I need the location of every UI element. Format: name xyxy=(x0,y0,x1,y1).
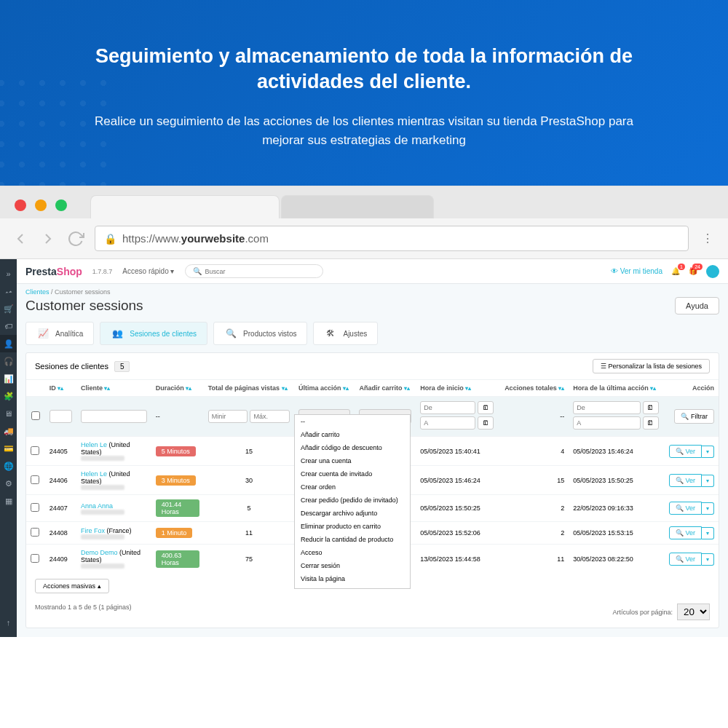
row-actions-dropdown[interactable]: ▾ xyxy=(702,475,714,487)
client-link[interactable]: Demo Demo xyxy=(81,549,118,556)
reload-icon[interactable] xyxy=(67,230,84,248)
url-input[interactable]: 🔒 https://www.yourwebsite.com xyxy=(95,226,689,251)
browser-tab-active[interactable] xyxy=(90,195,280,218)
filter-id[interactable] xyxy=(50,410,72,423)
row-actions-dropdown[interactable]: ▾ xyxy=(702,527,714,539)
dropdown-option[interactable]: Crear orden xyxy=(295,480,410,494)
dropdown-option[interactable]: Ver demostración xyxy=(295,585,410,589)
row-checkbox[interactable] xyxy=(31,503,39,512)
filter-pages-max[interactable] xyxy=(250,410,290,423)
client-link[interactable]: Helen Le xyxy=(81,470,107,478)
window-close-icon[interactable] xyxy=(15,199,26,211)
sidebar-item-modules[interactable]: 🧩 xyxy=(0,387,17,405)
cell-start: 13/05/2023 15:44:58 xyxy=(416,545,498,574)
sidebar-item-design[interactable]: 🖥 xyxy=(0,405,17,422)
dropdown-option[interactable]: Crear una cuenta xyxy=(295,454,410,467)
row-actions-dropdown[interactable]: ▾ xyxy=(702,502,714,515)
sidebar-collapse-icon[interactable]: ↑ xyxy=(0,614,17,631)
sidebar-item-admin[interactable]: ▦ xyxy=(0,492,17,510)
hero-banner: Seguimiento y almacenamiento de toda la … xyxy=(0,0,728,186)
filter-pages-min[interactable] xyxy=(208,410,248,423)
row-checkbox[interactable] xyxy=(31,528,39,537)
customize-list-button[interactable]: ☰ Personalizar la lista de sesiones xyxy=(593,359,710,373)
pagination-info: Mostrando 1 a 5 de 5 (1 páginas) xyxy=(35,604,132,620)
dropdown-option[interactable]: Acceso xyxy=(295,546,410,559)
sidebar-item-catalog[interactable]: 🏷 xyxy=(0,317,17,335)
calendar-icon[interactable]: 🗓 xyxy=(478,401,494,414)
forward-icon[interactable] xyxy=(39,230,57,248)
sidebar-item-customers[interactable]: 👤 xyxy=(0,335,17,352)
window-maximize-icon[interactable] xyxy=(55,199,67,211)
dropdown-option[interactable]: Descargar archivo adjunto xyxy=(295,507,410,520)
bulk-actions-button[interactable]: Acciones masivas ▴ xyxy=(35,579,109,593)
search-box[interactable]: 🔍 xyxy=(185,264,323,278)
avatar[interactable] xyxy=(706,265,719,278)
cell-client: Helen Le (United States) xyxy=(76,437,151,466)
cell-last: 22/05/2023 09:16:33 xyxy=(569,495,663,522)
view-button[interactable]: 🔍 Ver xyxy=(669,502,702,515)
dropdown-option[interactable]: Reducir la cantidad de producto xyxy=(295,533,410,546)
sidebar-item-dashboard[interactable] xyxy=(0,282,17,300)
module-tabs: 📈Analítica 👥Sesiones de clientes 🔍Produc… xyxy=(17,322,728,352)
client-link[interactable]: Fire Fox xyxy=(81,527,105,534)
view-button[interactable]: 🔍 Ver xyxy=(669,553,702,566)
filter-button[interactable]: 🔍 Filtrar xyxy=(674,409,714,424)
gift-icon[interactable]: 🎁 xyxy=(689,267,697,275)
row-checkbox[interactable] xyxy=(31,554,39,563)
sidebar-item-advanced[interactable]: ⚙ xyxy=(0,475,17,492)
sidebar-item-support[interactable]: 🎧 xyxy=(0,352,17,370)
select-all-checkbox[interactable] xyxy=(31,411,41,420)
filter-client[interactable] xyxy=(81,410,147,423)
calendar-icon[interactable]: 🗓 xyxy=(643,401,659,414)
per-page-select[interactable]: 20 xyxy=(677,604,710,620)
view-button[interactable]: 🔍 Ver xyxy=(669,445,702,458)
cell-actions: 15 xyxy=(498,466,569,495)
cell-start: 05/05/2023 15:52:06 xyxy=(416,522,498,545)
dropdown-option[interactable]: Cerrar sesión xyxy=(295,559,410,572)
filter-start-from[interactable] xyxy=(420,401,475,414)
view-button[interactable]: 🔍 Ver xyxy=(669,526,702,539)
cell-actions: 2 xyxy=(498,495,569,522)
calendar-icon[interactable]: 🗓 xyxy=(478,416,494,430)
filter-last-from[interactable] xyxy=(573,401,641,414)
help-button[interactable]: Ayuda xyxy=(675,297,719,314)
sidebar-item-orders[interactable]: 🛒 xyxy=(0,300,17,317)
filter-last-to[interactable] xyxy=(573,416,641,430)
quick-access-dropdown[interactable]: Acceso rápido ▾ xyxy=(122,267,174,275)
dropdown-option[interactable]: -- xyxy=(295,415,410,428)
calendar-icon[interactable]: 🗓 xyxy=(643,416,659,430)
client-link[interactable]: Helen Le xyxy=(81,441,107,448)
dropdown-option[interactable]: Visita la página xyxy=(295,572,410,585)
breadcrumb-link[interactable]: Clientes xyxy=(25,288,50,296)
tab-products[interactable]: 🔍Productos vistos xyxy=(213,322,307,345)
filter-start-to[interactable] xyxy=(420,416,475,430)
sidebar-item-intl[interactable]: 🌐 xyxy=(0,457,17,475)
sidebar-item-payment[interactable]: 💳 xyxy=(0,440,17,457)
window-minimize-icon[interactable] xyxy=(35,199,47,211)
browser-tab-inactive[interactable] xyxy=(281,195,434,218)
tab-analytics[interactable]: 📈Analítica xyxy=(25,322,94,345)
sidebar-expand-icon[interactable]: » xyxy=(0,265,17,282)
client-link[interactable]: Anna Anna xyxy=(81,502,113,510)
row-checkbox[interactable] xyxy=(31,475,39,484)
search-input[interactable] xyxy=(205,268,315,275)
notifications-icon[interactable]: 🔔 xyxy=(671,267,680,275)
row-checkbox[interactable] xyxy=(31,446,39,455)
sidebar-item-shipping[interactable]: 🚚 xyxy=(0,422,17,440)
tab-settings[interactable]: 🛠Ajustes xyxy=(313,322,378,345)
dropdown-option[interactable]: Añadir código de descuento xyxy=(295,441,410,454)
sidebar-item-stats[interactable]: 📊 xyxy=(0,370,17,387)
filter-last-action-dropdown[interactable]: --Añadir carritoAñadir código de descuen… xyxy=(294,414,411,589)
browser-menu-icon[interactable]: ⋮ xyxy=(699,232,716,245)
sessions-table: ID ▾▴ Cliente ▾▴ Duración ▾▴ Total de pá… xyxy=(26,380,719,573)
view-button[interactable]: 🔍 Ver xyxy=(669,474,702,487)
dropdown-option[interactable]: Añadir carrito xyxy=(295,428,410,441)
dropdown-option[interactable]: Crear pedido (pedido de invitado) xyxy=(295,494,410,507)
row-actions-dropdown[interactable]: ▾ xyxy=(702,553,714,566)
back-icon[interactable] xyxy=(12,230,29,248)
view-store-link[interactable]: 👁 Ver mi tienda xyxy=(611,267,662,275)
dropdown-option[interactable]: Eliminar producto en carrito xyxy=(295,520,410,533)
row-actions-dropdown[interactable]: ▾ xyxy=(702,446,714,458)
tab-sessions[interactable]: 👥Sesiones de clientes xyxy=(100,322,207,345)
dropdown-option[interactable]: Crear cuenta de invitado xyxy=(295,467,410,480)
